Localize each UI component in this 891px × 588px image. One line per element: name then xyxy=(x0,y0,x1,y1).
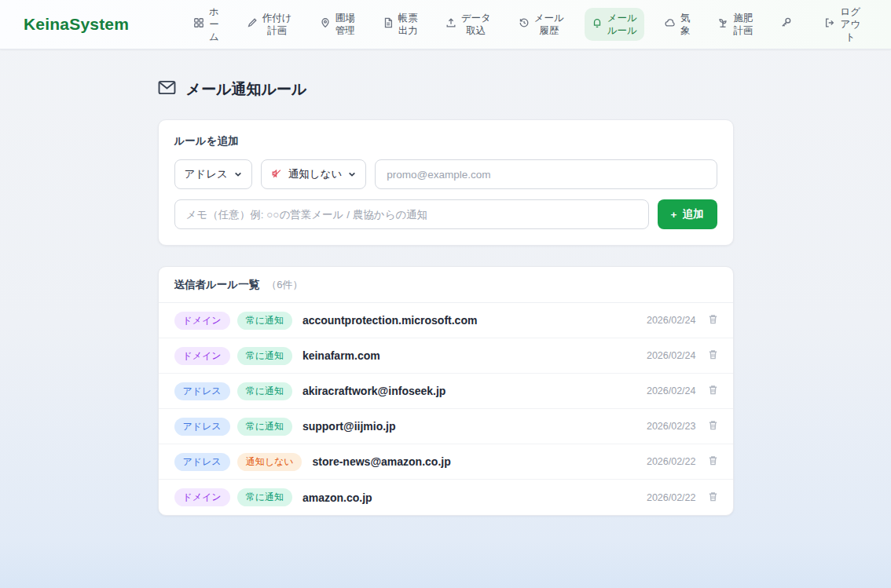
rule-date: 2026/02/22 xyxy=(647,456,696,467)
nav-item-mail-rules[interactable]: メール ルール xyxy=(585,8,644,42)
rule-type-badge: アドレス xyxy=(174,418,230,436)
mute-icon xyxy=(271,168,282,181)
app-logo: KeinaSystem xyxy=(24,15,129,34)
rule-date: 2026/02/24 xyxy=(647,350,696,361)
nav-item-weather[interactable]: 気 象 xyxy=(658,8,698,42)
rule-action-badge: 通知しない xyxy=(237,453,302,471)
main-content: メール通知ルール ルールを追加 アドレス 通知しない + 追加 xyxy=(158,49,734,516)
nav-label: ホ ー ム xyxy=(209,5,219,44)
nav-label: データ 取込 xyxy=(461,12,491,38)
history-icon xyxy=(519,17,530,31)
nav-item-mail-history[interactable]: メール 履歴 xyxy=(512,8,571,42)
sender-rules-header: 送信者ルール一覧 （6件） xyxy=(159,267,733,303)
rule-value: amazon.co.jp xyxy=(302,491,372,504)
delete-rule-button[interactable] xyxy=(707,491,719,505)
rule-date: 2026/02/24 xyxy=(647,385,696,396)
page-title: メール通知ルール xyxy=(158,79,734,100)
rule-date: 2026/02/23 xyxy=(647,421,696,432)
main-nav: ホ ー ム 作付け 計画 圃場 管理 帳票 出力 データ 取込 メール 履歴 メ… xyxy=(186,2,867,48)
sprout-icon xyxy=(717,17,728,31)
rule-memo-input[interactable] xyxy=(174,199,649,229)
add-rule-row-2: + 追加 xyxy=(174,199,717,229)
rule-type-value: アドレス xyxy=(185,167,228,181)
nav-label: 作付け 計画 xyxy=(262,12,292,38)
add-rule-button[interactable]: + 追加 xyxy=(658,199,717,229)
cloud-icon xyxy=(665,17,676,31)
add-rule-card: ルールを追加 アドレス 通知しない + 追加 xyxy=(158,119,734,246)
nav-item-field-management[interactable]: 圃場 管理 xyxy=(313,8,362,42)
rule-action-badge: 常に通知 xyxy=(237,382,292,400)
page-title-text: メール通知ルール xyxy=(186,79,307,100)
rule-action-badge: 常に通知 xyxy=(237,347,292,365)
rule-row: ドメイン 常に通知 accountprotection.microsoft.co… xyxy=(159,303,733,338)
chevron-down-icon xyxy=(348,169,356,181)
rule-type-badge: アドレス xyxy=(174,453,230,471)
nav-item-report-output[interactable]: 帳票 出力 xyxy=(376,8,425,42)
rule-value: support@iijmio.jp xyxy=(302,420,396,433)
nav-item-data-import[interactable]: データ 取込 xyxy=(438,8,498,42)
add-rule-row-1: アドレス 通知しない xyxy=(174,159,717,189)
rule-type-badge: ドメイン xyxy=(174,488,230,506)
rule-type-badge: ドメイン xyxy=(174,347,230,365)
nav-item-planting-plan[interactable]: 作付け 計画 xyxy=(240,8,299,42)
nav-label: 気 象 xyxy=(680,12,691,38)
sender-rules-card: 送信者ルール一覧 （6件） ドメイン 常に通知 accountprotectio… xyxy=(158,266,734,516)
envelope-icon xyxy=(158,80,176,99)
delete-rule-button[interactable] xyxy=(707,349,719,363)
trash-icon xyxy=(707,349,719,363)
add-button-label: 追加 xyxy=(683,207,704,221)
bell-icon xyxy=(592,17,603,31)
rule-row: アドレス 常に通知 akiracraftwork@infoseek.jp 202… xyxy=(159,374,733,409)
rule-action-badge: 常に通知 xyxy=(237,418,292,436)
trash-icon xyxy=(707,419,719,433)
rule-row: アドレス 通知しない store-news@amazon.co.jp 2026/… xyxy=(159,444,733,480)
trash-icon xyxy=(707,491,719,505)
delete-rule-button[interactable] xyxy=(707,313,719,327)
trash-icon xyxy=(707,384,719,398)
top-navigation-bar: KeinaSystem ホ ー ム 作付け 計画 圃場 管理 帳票 出力 データ… xyxy=(0,0,891,49)
rule-value: accountprotection.microsoft.com xyxy=(302,314,477,327)
rule-type-badge: アドレス xyxy=(174,382,230,400)
rule-row: ドメイン 常に通知 amazon.co.jp 2026/02/22 xyxy=(159,480,733,515)
trash-icon xyxy=(707,313,719,327)
nav-item-fertilization-plan[interactable]: 施肥 計画 xyxy=(710,8,760,42)
rule-date: 2026/02/22 xyxy=(647,492,696,503)
delete-rule-button[interactable] xyxy=(707,419,719,433)
nav-label: メール ルール xyxy=(607,12,637,38)
pencil-icon xyxy=(247,17,258,31)
sender-rules-count: （6件） xyxy=(266,278,302,292)
rule-action-select[interactable]: 通知しない xyxy=(261,159,366,189)
nav-item-home[interactable]: ホ ー ム xyxy=(186,2,226,48)
nav-label: 帳票 出力 xyxy=(398,12,418,38)
upload-icon xyxy=(446,17,456,31)
nav-item-password-key[interactable] xyxy=(773,13,804,35)
rule-action-value: 通知しない xyxy=(288,167,342,181)
plus-icon: + xyxy=(671,209,677,221)
sender-rules-heading: 送信者ルール一覧 xyxy=(174,278,260,292)
rule-row: アドレス 常に通知 support@iijmio.jp 2026/02/23 xyxy=(159,409,733,444)
nav-item-logout[interactable]: ログ アウ ト xyxy=(817,2,867,48)
delete-rule-button[interactable] xyxy=(707,384,719,398)
dashboard-icon xyxy=(193,17,204,31)
rule-type-badge: ドメイン xyxy=(174,312,230,330)
rule-value: store-news@amazon.co.jp xyxy=(312,455,450,468)
nav-label: メール 履歴 xyxy=(534,12,564,38)
rule-date: 2026/02/24 xyxy=(647,315,696,326)
add-rule-heading: ルールを追加 xyxy=(174,134,717,148)
map-pin-icon xyxy=(320,17,331,31)
nav-label: ログ アウ ト xyxy=(840,5,860,44)
rule-type-select[interactable]: アドレス xyxy=(174,159,252,189)
document-icon xyxy=(383,17,394,31)
key-icon xyxy=(780,16,792,31)
rule-value: keinafarm.com xyxy=(302,349,380,362)
chevron-down-icon xyxy=(234,169,242,181)
logout-icon xyxy=(824,17,835,31)
rule-row: ドメイン 常に通知 keinafarm.com 2026/02/24 xyxy=(159,338,733,374)
delete-rule-button[interactable] xyxy=(707,455,719,469)
rule-target-input[interactable] xyxy=(375,159,717,189)
rule-action-badge: 常に通知 xyxy=(237,312,292,330)
rule-action-badge: 常に通知 xyxy=(237,488,292,506)
nav-label: 施肥 計画 xyxy=(733,12,753,38)
nav-label: 圃場 管理 xyxy=(336,12,355,38)
rule-value: akiracraftwork@infoseek.jp xyxy=(302,385,446,397)
